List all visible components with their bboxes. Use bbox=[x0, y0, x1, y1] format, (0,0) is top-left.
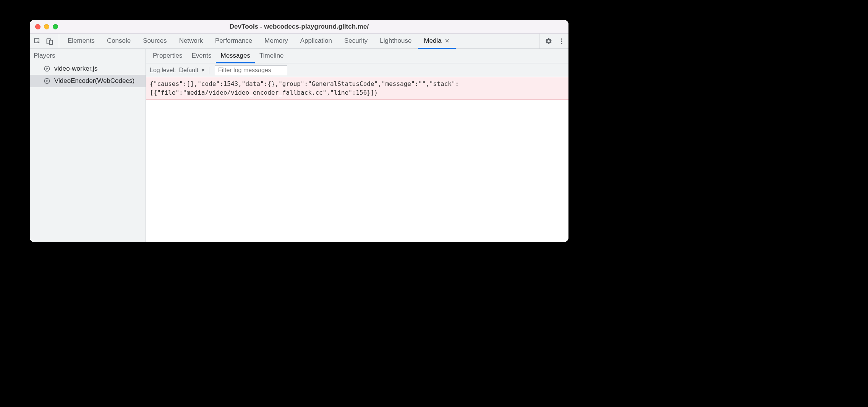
tab-media[interactable]: Media ✕ bbox=[418, 34, 456, 49]
tab-label: Application bbox=[300, 37, 332, 45]
tab-label: Memory bbox=[264, 37, 288, 45]
play-icon bbox=[44, 78, 50, 84]
tab-performance[interactable]: Performance bbox=[209, 34, 258, 49]
device-toolbar-icon[interactable] bbox=[46, 37, 53, 45]
svg-point-3 bbox=[561, 38, 562, 39]
svg-rect-2 bbox=[49, 40, 52, 44]
subtab-label: Timeline bbox=[259, 52, 284, 60]
tab-label: Sources bbox=[143, 37, 167, 45]
tab-label: Security bbox=[344, 37, 368, 45]
close-window-button[interactable] bbox=[35, 24, 40, 29]
main-tabs: Elements Console Sources Network Perform… bbox=[62, 34, 537, 48]
inspect-element-icon[interactable] bbox=[34, 37, 41, 45]
chevron-down-icon: ▼ bbox=[201, 68, 205, 73]
log-entry[interactable]: {"causes":[],"code":1543,"data":{},"grou… bbox=[146, 77, 568, 100]
tab-security[interactable]: Security bbox=[338, 34, 374, 49]
subtab-events[interactable]: Events bbox=[187, 49, 216, 63]
log-level-label: Log level: bbox=[150, 67, 176, 74]
more-icon[interactable] bbox=[558, 37, 565, 45]
minimize-window-button[interactable] bbox=[44, 24, 49, 29]
tab-lighthouse[interactable]: Lighthouse bbox=[374, 34, 418, 49]
tab-label: Performance bbox=[215, 37, 252, 45]
media-subtabs: Properties Events Messages Timeline bbox=[146, 49, 568, 63]
devtools-window: DevTools - webcodecs-playground.glitch.m… bbox=[30, 20, 568, 242]
tab-sources[interactable]: Sources bbox=[137, 34, 173, 49]
titlebar: DevTools - webcodecs-playground.glitch.m… bbox=[30, 20, 568, 34]
content-area: Properties Events Messages Timeline Log … bbox=[146, 49, 568, 242]
subtab-messages[interactable]: Messages bbox=[216, 49, 254, 63]
tab-elements[interactable]: Elements bbox=[62, 34, 101, 49]
tab-memory[interactable]: Memory bbox=[258, 34, 294, 49]
player-item-label: VideoEncoder(WebCodecs) bbox=[54, 77, 134, 85]
log-level-group: Log level: Default ▼ bbox=[150, 67, 209, 74]
toolbar-right-icons bbox=[539, 34, 565, 48]
panel-body: Players video-worker.js VideoEncoder(Web… bbox=[30, 49, 568, 242]
tab-label: Lighthouse bbox=[380, 37, 411, 45]
log-area[interactable]: {"causes":[],"code":1543,"data":{},"grou… bbox=[146, 77, 568, 242]
tab-application[interactable]: Application bbox=[294, 34, 338, 49]
filter-log-input[interactable] bbox=[215, 65, 287, 75]
close-tab-icon[interactable]: ✕ bbox=[445, 38, 450, 44]
svg-point-4 bbox=[561, 40, 562, 42]
tab-label: Elements bbox=[68, 37, 95, 45]
tab-label: Media bbox=[424, 37, 442, 45]
tab-label: Network bbox=[179, 37, 203, 45]
players-sidebar: Players video-worker.js VideoEncoder(Web… bbox=[30, 49, 146, 242]
player-item-video-worker[interactable]: video-worker.js bbox=[30, 63, 146, 75]
window-controls bbox=[30, 24, 58, 29]
tab-label: Console bbox=[107, 37, 131, 45]
tab-console[interactable]: Console bbox=[101, 34, 137, 49]
main-toolbar: Elements Console Sources Network Perform… bbox=[30, 34, 568, 49]
player-item-videoencoder[interactable]: VideoEncoder(WebCodecs) bbox=[30, 75, 146, 87]
play-icon bbox=[44, 65, 50, 72]
subtab-label: Properties bbox=[153, 52, 182, 60]
subtab-label: Events bbox=[191, 52, 211, 60]
settings-icon[interactable] bbox=[545, 37, 552, 45]
log-level-dropdown[interactable]: Default ▼ bbox=[179, 67, 206, 74]
svg-point-5 bbox=[561, 43, 562, 44]
subtab-timeline[interactable]: Timeline bbox=[255, 49, 288, 63]
window-title: DevTools - webcodecs-playground.glitch.m… bbox=[30, 23, 568, 31]
filter-bar: Log level: Default ▼ bbox=[146, 63, 568, 77]
sidebar-header: Players bbox=[30, 49, 146, 63]
subtab-label: Messages bbox=[220, 52, 250, 60]
player-item-label: video-worker.js bbox=[54, 65, 97, 73]
toolbar-left-icons bbox=[34, 34, 59, 48]
zoom-window-button[interactable] bbox=[53, 24, 58, 29]
subtab-properties[interactable]: Properties bbox=[148, 49, 187, 63]
tab-network[interactable]: Network bbox=[173, 34, 209, 49]
log-level-value: Default bbox=[179, 67, 199, 74]
